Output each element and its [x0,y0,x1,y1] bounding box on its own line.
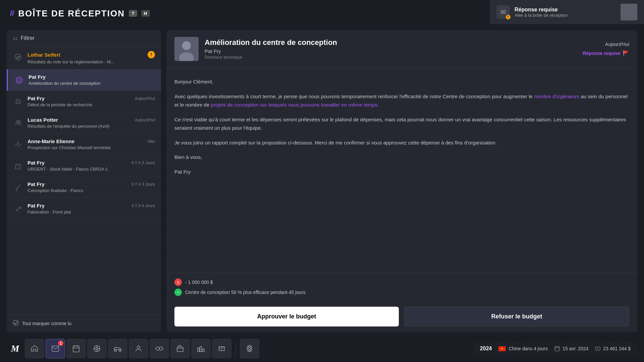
inbox-item-icon-5 [13,139,23,150]
inbox-item-header-2: Pat Fry [29,74,155,80]
inbox-subject-8: Fabrication : Fond plat [28,209,155,215]
response-required-badge[interactable]: Réponse requise 🚩 [583,50,629,57]
inbox-item-content-6: Pat Fry Il Y A 3 Jours URGENT - Stock fa… [28,160,155,172]
help-badge[interactable]: ? [129,10,137,17]
inbox-item-4[interactable]: Lucas Potter Aujourd'hui Résultats de l'… [7,112,161,134]
inbox-date-5: Hier [148,139,155,144]
inbox-item-header-4: Lucas Potter Aujourd'hui [28,117,155,123]
inbox-item-7[interactable]: Pat Fry Il Y A 3 Jours Conception finali… [7,177,161,198]
inbox-date-6: Il Y A 3 Jours [131,161,155,165]
inbox-item-icon-4 [13,118,23,128]
notification-banner[interactable]: ✉ ! Réponse requise Aller à la boîte de … [490,0,644,24]
year-value: 2024 [480,346,492,352]
inbox-date-4: Aujourd'hui [135,118,155,122]
action-buttons: Approuver le budget Refuser le budget [166,301,637,332]
filter-label: Filtrer [21,35,35,41]
inbox-item-content-1: Lothar Seifert ! Résultats du vote sur l… [28,51,155,64]
standings-button[interactable] [191,339,211,358]
h-badge[interactable]: H [141,10,150,17]
message-panel: Amélioration du centre de conception Pat… [166,30,637,332]
mark-all-read-bar[interactable]: Tout marquer comme lu [7,315,161,332]
notification-subtitle: Aller à la boîte de réception [515,13,616,18]
inbox-subject-1: Résultats du vote sur la réglementation … [28,59,155,64]
link-engineers[interactable]: nombre d'ingénieurs [534,94,579,99]
filter-icon: ⚏ [13,35,17,41]
inbox-sender-7: Pat Fry [28,181,45,187]
logistics-button[interactable] [212,339,231,358]
home-button[interactable] [25,339,44,358]
svg-text:$: $ [177,281,179,284]
mail-button[interactable]: 1 [46,339,65,358]
message-sender-role: Directeur technique [205,55,577,60]
notification-icon-area: ✉ ! [496,5,510,19]
inbox-item-content-8: Pat Fry Il Y A 4 Jours Fabrication : Fon… [28,203,155,215]
inbox-item-header-3: Pat Fry Aujourd'hui [28,96,155,101]
inbox-sender-5: Anne-Marie Etienne [28,138,74,144]
filter-bar[interactable]: ⚏ Filtrer [7,30,161,46]
taskbar: M 1 [0,335,644,362]
inbox-date-3: Aujourd'hui [135,96,155,101]
alert-badge-1: ! [148,51,155,58]
settings-button[interactable] [240,339,259,358]
m-logo-button[interactable]: M [7,340,23,357]
inbox-item-header-1: Lothar Seifert ! [28,51,155,58]
scouting-button[interactable] [150,339,169,358]
cost-attachment: $ - 1 000 000 $ [174,279,629,286]
notification-warning-dot: ! [506,15,511,19]
inbox-item-6[interactable]: Pat Fry Il Y A 3 Jours URGENT - Stock fa… [7,155,161,177]
response-flag-icon: 🚩 [623,50,629,57]
notification-text: Réponse requise Aller à la boîte de réce… [515,7,616,18]
svg-point-20 [13,320,18,325]
staff-button[interactable] [129,339,148,358]
greeting: Bonjour Clément, [174,77,629,86]
sender-info: Amélioration du centre de conception Pat… [205,38,577,60]
inbox-panel: ⚏ Filtrer Lothar Seifert ! Résultats [7,30,161,332]
approve-button[interactable]: Approuver le budget [174,307,399,326]
page-title: BOÎTE DE RÉCEPTION [18,8,125,19]
page-title-area: // BOÎTE DE RÉCEPTION ? H [10,8,150,19]
message-attachments: $ - 1 000 000 $ + Centre de conception 5… [166,273,637,301]
notification-title: Réponse requise [515,7,616,13]
inbox-item-header-8: Pat Fry Il Y A 4 Jours [28,203,155,208]
inbox-item-header-7: Pat Fry Il Y A 3 Jours [28,181,155,187]
inbox-item-5[interactable]: Anne-Marie Etienne Hier Prospection sur … [7,134,161,155]
inbox-sender-1: Lothar Seifert [28,52,60,58]
inbox-subject-4: Résultats de l'enquête du personnel (Avr… [28,124,155,129]
svg-rect-52 [200,347,202,352]
response-required-label: Réponse requise [583,51,621,56]
china-flag-icon [498,346,506,351]
link-projects[interactable]: projets de conception sur lesquels nous … [211,102,379,108]
paragraph-2: Ce n'est viable qu'à court terme et les … [174,115,629,132]
inbox-item-icon-7 [13,182,23,193]
inbox-item-header-5: Anne-Marie Etienne Hier [28,138,155,144]
inbox-item-3[interactable]: Pat Fry Aujourd'hui Début de la période … [7,91,161,112]
date-status: 15 avr. 2024 [554,346,588,351]
inbox-item-icon-1 [13,52,23,62]
cost-icon: $ [174,279,182,286]
svg-text:!: ! [18,78,20,83]
inbox-sender-4: Lucas Potter [28,117,58,123]
race-status: Chine dans 4 jours [498,346,548,351]
svg-point-34 [96,348,98,350]
strategy-button[interactable] [87,339,107,358]
svg-point-43 [137,346,140,349]
calendar-button[interactable] [66,339,86,358]
svg-rect-28 [52,346,59,351]
inbox-item-2[interactable]: ! Pat Fry Amélioration du centre de conc… [7,69,161,91]
car-development-button[interactable] [108,339,127,358]
inbox-subject-5: Prospection sur Christian Mansell termin… [28,145,155,150]
benefit-icon: + [174,289,182,296]
calendar-icon [554,346,560,351]
mark-all-label: Tout marquer comme lu [22,321,71,326]
inbox-item-content-7: Pat Fry Il Y A 3 Jours Conception finali… [28,181,155,193]
inbox-item-1[interactable]: Lothar Seifert ! Résultats du vote sur l… [7,46,161,69]
refuse-button[interactable]: Refuser le budget [404,307,629,326]
message-subject: Amélioration du centre de conception [205,38,577,47]
message-header: Amélioration du centre de conception Pat… [166,30,637,68]
inbox-item-8[interactable]: Pat Fry Il Y A 4 Jours Fabrication : Fon… [7,198,161,220]
svg-point-5 [16,121,18,123]
svg-point-7 [17,143,19,146]
sponsors-button[interactable] [170,339,190,358]
inbox-sender-8: Pat Fry [28,203,45,208]
message-body: Bonjour Clément, Avec quelques investiss… [166,68,637,273]
